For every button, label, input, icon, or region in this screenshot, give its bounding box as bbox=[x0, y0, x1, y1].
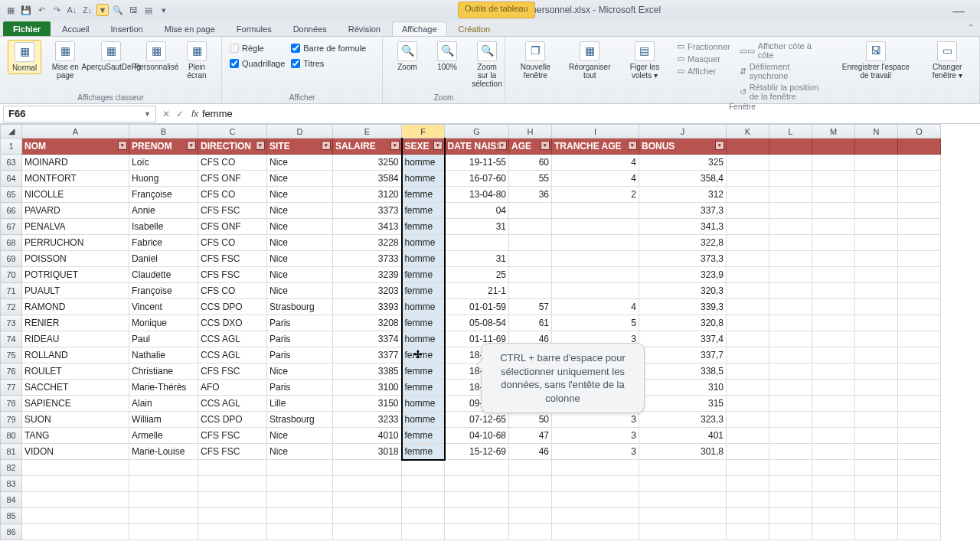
cell[interactable] bbox=[129, 460, 198, 476]
cell[interactable] bbox=[812, 444, 855, 460]
formulabar-check[interactable]: Barre de formule bbox=[291, 43, 366, 54]
cell[interactable] bbox=[855, 412, 898, 428]
cell[interactable] bbox=[855, 460, 898, 476]
cell[interactable] bbox=[769, 155, 812, 171]
row-header-82[interactable]: 82 bbox=[1, 460, 22, 476]
cell[interactable]: CFS ONF bbox=[198, 171, 267, 187]
row-header-73[interactable]: 73 bbox=[1, 315, 22, 331]
cell[interactable] bbox=[22, 476, 129, 492]
cell[interactable]: CFS FSC bbox=[198, 251, 267, 267]
cell[interactable]: RIDEAU bbox=[22, 331, 129, 347]
cell[interactable] bbox=[727, 460, 769, 476]
cell[interactable] bbox=[855, 524, 898, 540]
cell[interactable] bbox=[552, 235, 639, 251]
cell[interactable] bbox=[769, 396, 812, 412]
cell[interactable]: 3584 bbox=[333, 171, 402, 187]
cell[interactable] bbox=[727, 235, 769, 251]
cell[interactable] bbox=[855, 428, 898, 444]
cell[interactable]: Nice bbox=[267, 251, 333, 267]
tab-formules[interactable]: Formules bbox=[227, 21, 282, 36]
cell[interactable] bbox=[727, 155, 769, 171]
cell[interactable]: 358,4 bbox=[639, 171, 727, 187]
cell[interactable]: 19-11-55 bbox=[445, 155, 509, 171]
cell[interactable] bbox=[898, 203, 941, 219]
col-header-I[interactable]: I bbox=[552, 125, 639, 139]
table-header[interactable]: SALAIRE▾ bbox=[333, 139, 402, 155]
cell[interactable] bbox=[727, 428, 769, 444]
cell[interactable]: 16-07-60 bbox=[445, 171, 509, 187]
redo-icon[interactable]: ↷ bbox=[51, 4, 63, 16]
cell[interactable] bbox=[509, 251, 552, 267]
cell[interactable] bbox=[402, 508, 445, 524]
cell[interactable] bbox=[267, 492, 333, 508]
cell[interactable] bbox=[198, 476, 267, 492]
cell[interactable]: CFS ONF bbox=[198, 219, 267, 235]
cell[interactable] bbox=[855, 364, 898, 380]
col-header-H[interactable]: H bbox=[509, 125, 552, 139]
cell[interactable]: POISSON bbox=[22, 251, 129, 267]
cell[interactable]: 4 bbox=[552, 155, 639, 171]
cell[interactable]: CCS AGL bbox=[198, 331, 267, 347]
cell[interactable] bbox=[812, 283, 855, 299]
fx-icon[interactable]: fx bbox=[187, 109, 198, 119]
cell[interactable]: Nathalie bbox=[129, 347, 198, 364]
cell[interactable] bbox=[898, 380, 941, 396]
cell[interactable]: 3233 bbox=[333, 412, 402, 428]
col-header-O[interactable]: O bbox=[898, 125, 941, 139]
cell[interactable]: Françoise bbox=[129, 283, 198, 299]
cell[interactable] bbox=[898, 235, 941, 251]
cell[interactable] bbox=[639, 524, 727, 540]
cell[interactable] bbox=[898, 428, 941, 444]
cell[interactable]: Monique bbox=[129, 315, 198, 331]
cell[interactable]: ROULET bbox=[22, 364, 129, 380]
cell[interactable] bbox=[727, 187, 769, 203]
minimize-button[interactable]: — bbox=[952, 5, 965, 18]
col-header-G[interactable]: G bbox=[445, 125, 509, 139]
arrange-button[interactable]: ▦Réorganiser tout bbox=[567, 40, 612, 81]
cell[interactable] bbox=[769, 315, 812, 331]
cell[interactable] bbox=[898, 251, 941, 267]
cell[interactable] bbox=[333, 508, 402, 524]
cell[interactable]: homme bbox=[402, 396, 445, 412]
name-box[interactable]: F66▼ bbox=[3, 106, 156, 122]
cell[interactable]: 57 bbox=[509, 299, 552, 315]
cell[interactable]: Strasbourg bbox=[267, 412, 333, 428]
filter-dropdown-icon[interactable]: ▾ bbox=[628, 141, 637, 150]
freeze-panes-button[interactable]: ▤Figer les volets ▾ bbox=[622, 40, 668, 81]
cell[interactable]: 3239 bbox=[333, 267, 402, 283]
unhide-button[interactable]: ▭ Afficher bbox=[677, 66, 730, 76]
cell[interactable]: 05-08-54 bbox=[445, 315, 509, 331]
cell[interactable]: SUON bbox=[22, 412, 129, 428]
filter-dropdown-icon[interactable]: ▾ bbox=[322, 141, 331, 150]
cell[interactable]: 337,7 bbox=[639, 347, 727, 364]
cell[interactable] bbox=[727, 315, 769, 331]
cell[interactable]: Loïc bbox=[129, 155, 198, 171]
cell[interactable]: Nice bbox=[267, 155, 333, 171]
cell[interactable]: POTRIQUET bbox=[22, 267, 129, 283]
cell[interactable]: 301,8 bbox=[639, 444, 727, 460]
row-header-84[interactable]: 84 bbox=[1, 492, 22, 508]
cell[interactable]: 337,4 bbox=[639, 331, 727, 347]
cell[interactable] bbox=[445, 524, 509, 540]
cell[interactable]: 4 bbox=[552, 299, 639, 315]
cell[interactable] bbox=[855, 396, 898, 412]
cell[interactable]: Christiane bbox=[129, 364, 198, 380]
cell[interactable]: 4010 bbox=[333, 428, 402, 444]
col-header-M[interactable]: M bbox=[812, 125, 855, 139]
cell[interactable]: Nice bbox=[267, 171, 333, 187]
cell[interactable] bbox=[727, 476, 769, 492]
cell[interactable]: femme bbox=[402, 187, 445, 203]
cell[interactable] bbox=[855, 508, 898, 524]
cell[interactable]: ROLLAND bbox=[22, 347, 129, 364]
cell[interactable]: Paris bbox=[267, 315, 333, 331]
formula-input[interactable]: femme bbox=[198, 108, 980, 119]
filter-dropdown-icon[interactable]: ▾ bbox=[187, 141, 196, 150]
cell[interactable] bbox=[445, 235, 509, 251]
cell[interactable]: Daniel bbox=[129, 251, 198, 267]
cell[interactable]: homme bbox=[402, 412, 445, 428]
cell[interactable] bbox=[727, 267, 769, 283]
row-header-74[interactable]: 74 bbox=[1, 331, 22, 347]
cell[interactable]: Nice bbox=[267, 444, 333, 460]
cell[interactable]: CCS DPO bbox=[198, 412, 267, 428]
cell[interactable] bbox=[727, 524, 769, 540]
